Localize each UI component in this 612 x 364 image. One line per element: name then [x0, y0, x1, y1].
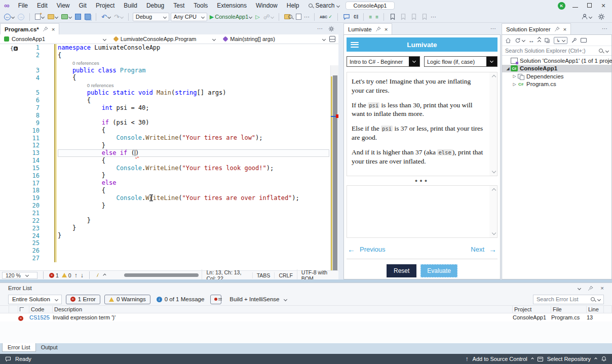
menu-extensions[interactable]: Extensions	[212, 0, 251, 11]
error-code-link[interactable]: CS1525	[29, 314, 53, 320]
clear-bookmarks-button[interactable]	[420, 13, 429, 21]
errors-filter-button[interactable]: ×1 Error	[66, 295, 100, 304]
code-line-9[interactable]: 9if (psi < 30)	[0, 119, 329, 127]
code-line-24[interactable]: 24}	[0, 232, 329, 239]
start-without-debugging-button[interactable]: ▷	[254, 13, 260, 21]
spell-check-button[interactable]: ABC✓	[319, 14, 333, 20]
tree-item-consoleapp1[interactable]: ◢C#ConsoleApp1	[502, 65, 611, 73]
code-line-22[interactable]: 22}	[0, 217, 329, 224]
error-row[interactable]: ×CS1525Invalid expression term ')'Consol…	[0, 313, 612, 321]
code-line-2[interactable]: 2{	[0, 52, 329, 59]
editor-errors-indicator[interactable]: ×1	[49, 272, 59, 278]
uncomment-button[interactable]: ¢‖	[353, 14, 360, 20]
start-debugging-button[interactable]: ▶ConsoleApp1	[209, 13, 253, 21]
increase-indent-button[interactable]: ≡	[374, 14, 379, 20]
menu-view[interactable]: View	[52, 0, 74, 11]
code-line-25[interactable]: 25	[0, 239, 329, 247]
previous-issue-button[interactable]: ↑	[74, 272, 78, 279]
split-window-icon[interactable]	[329, 36, 335, 42]
live-share-button[interactable]	[295, 13, 302, 20]
code-line-3[interactable]: 3public class Program	[0, 67, 329, 74]
new-file-button[interactable]	[34, 13, 45, 20]
tab-output[interactable]: Output	[36, 343, 63, 351]
code-line-16[interactable]: 16}	[0, 172, 329, 179]
add-to-source-control-button[interactable]: Add to Source Control	[473, 356, 527, 362]
attach-to-process-button[interactable]: ☍	[262, 13, 275, 21]
switch-views-button[interactable]: ↔	[528, 37, 534, 44]
code-line-codelens[interactable]: 0 references	[0, 82, 329, 89]
menu-debug[interactable]: Debug	[142, 0, 169, 11]
tree-item-program-cs[interactable]: ▷C#Program.cs	[502, 80, 611, 89]
previous-bookmark-button[interactable]	[399, 13, 408, 21]
menu-edit[interactable]: Edit	[32, 0, 52, 11]
search-menu[interactable]: Search	[309, 2, 339, 9]
code-line-11[interactable]: 11Console.WriteLine("Your tires are low"…	[0, 134, 329, 142]
decrease-indent-button[interactable]: ≡	[368, 14, 373, 20]
warnings-filter-button[interactable]: 0 Warnings	[104, 295, 150, 304]
feedback-button[interactable]	[597, 13, 606, 21]
editor-vertical-scrollbar[interactable]	[330, 65, 338, 270]
line-endings-label[interactable]: CRLF	[274, 272, 296, 278]
toolbar-overflow-2-button[interactable]: ⋯	[431, 14, 437, 20]
code-line-27[interactable]: 27	[0, 255, 329, 262]
code-line-codelens[interactable]: 0 references	[0, 59, 329, 67]
toolbar-overflow-button[interactable]: ⋯	[304, 14, 310, 20]
col-description[interactable]: Description	[53, 306, 513, 313]
code-line-4[interactable]: 4{	[0, 74, 329, 82]
solution-explorer-search[interactable]: Search Solution Explorer (Ctrl+;)	[502, 46, 611, 56]
redo-button[interactable]: ↷	[113, 13, 124, 21]
col-code[interactable]: Code	[29, 306, 53, 313]
code-line-15[interactable]: 15Console.WriteLine("Your tires look goo…	[0, 165, 329, 172]
menu-project[interactable]: Project	[91, 0, 119, 11]
code-line-23[interactable]: 23}	[0, 224, 329, 232]
pin-icon[interactable]	[554, 26, 560, 32]
menu-window[interactable]: Window	[251, 0, 282, 11]
evaluate-button[interactable]: Evaluate	[420, 264, 457, 277]
code-line-5[interactable]: 5public static void Main(string[] args)	[0, 89, 329, 97]
close-tab-icon[interactable]: ×	[385, 26, 388, 32]
course-dropdown[interactable]: Intro to C# - Beginner	[347, 56, 420, 67]
code-line-1[interactable]: 1namespace LumivateConsoleApp	[0, 44, 329, 52]
pane-splitter-dots[interactable]: ●●●	[347, 178, 498, 183]
menu-tools[interactable]: Tools	[189, 0, 212, 11]
collapse-all-button[interactable]	[538, 37, 541, 43]
col-line[interactable]: Line	[587, 306, 604, 313]
codelens-references[interactable]: 0 references	[87, 83, 114, 88]
code-line-10[interactable]: 10{	[0, 127, 329, 134]
solution-platform-dropdown[interactable]: Any CPU	[171, 13, 207, 21]
scope-dropdown[interactable]: Entire Solution	[8, 295, 62, 304]
close-tab-icon[interactable]: ×	[52, 26, 55, 32]
code-line-12[interactable]: 12}	[0, 142, 329, 149]
panel-options-button[interactable]: ⋯	[602, 25, 608, 32]
pin-icon[interactable]	[375, 26, 381, 32]
pane-scrollbar[interactable]	[489, 72, 497, 176]
secondary-pane[interactable]	[347, 185, 498, 238]
code-line-14[interactable]: 14{	[0, 157, 329, 165]
menu-help[interactable]: Help	[282, 0, 304, 11]
tab-program-cs[interactable]: Program.cs* ×	[0, 23, 59, 34]
lesson-text-pane[interactable]: Let's try one! Imagine that you are infl…	[347, 72, 498, 176]
code-line-18[interactable]: 18{	[0, 187, 329, 194]
add-item-button[interactable]	[60, 14, 72, 20]
notifications-bell-icon[interactable]	[601, 356, 607, 362]
next-bookmark-button[interactable]	[409, 13, 418, 21]
editor-warnings-indicator[interactable]: 0	[62, 272, 71, 278]
menu-build[interactable]: Build	[119, 0, 142, 11]
solution-configuration-dropdown[interactable]: Debug	[133, 13, 169, 21]
scope-dropdown-button[interactable]: ↳	[554, 37, 567, 44]
course-dropdown-arrow[interactable]	[409, 57, 419, 66]
comment-button[interactable]	[342, 13, 351, 21]
close-button[interactable]: ×	[599, 2, 608, 9]
code-line-21[interactable]: 21	[0, 210, 329, 217]
select-repository-button[interactable]: Select Repository	[547, 356, 591, 362]
panel-position-icon[interactable]	[578, 286, 581, 290]
expand-collapsed-icon[interactable]: ▷	[512, 74, 517, 78]
tree-item-dependencies[interactable]: ▷Dependencies	[502, 72, 611, 80]
zoom-dropdown[interactable]: 120 %	[2, 272, 37, 279]
home-icon[interactable]	[505, 37, 511, 44]
tab-lumivate[interactable]: Lumivate ×	[343, 23, 392, 34]
wrench-icon[interactable]	[571, 37, 577, 44]
col-icon[interactable]	[18, 306, 29, 313]
save-button[interactable]	[74, 13, 82, 20]
find-in-files-button[interactable]	[283, 14, 293, 20]
